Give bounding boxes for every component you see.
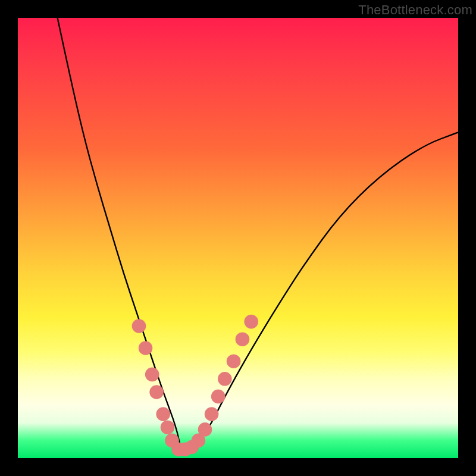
bottleneck-curve — [58, 18, 458, 449]
highlight-dot — [198, 422, 212, 437]
highlight-dot — [156, 407, 170, 421]
highlight-dot — [244, 315, 258, 329]
highlight-dots — [132, 315, 258, 456]
highlight-dot — [205, 407, 219, 421]
highlight-dot — [139, 341, 153, 355]
highlight-dot — [218, 372, 232, 386]
highlight-dot — [132, 319, 146, 333]
highlight-dot — [227, 354, 241, 368]
highlight-dot — [211, 390, 226, 404]
watermark-text: TheBottleneck.com — [358, 2, 472, 18]
plot-area — [18, 18, 458, 458]
highlight-dot — [236, 332, 250, 346]
bottleneck-curve-svg — [18, 18, 458, 458]
highlight-dot — [161, 420, 175, 434]
highlight-dot — [149, 385, 164, 399]
chart-frame: TheBottleneck.com — [0, 0, 476, 476]
highlight-dot — [145, 368, 159, 382]
